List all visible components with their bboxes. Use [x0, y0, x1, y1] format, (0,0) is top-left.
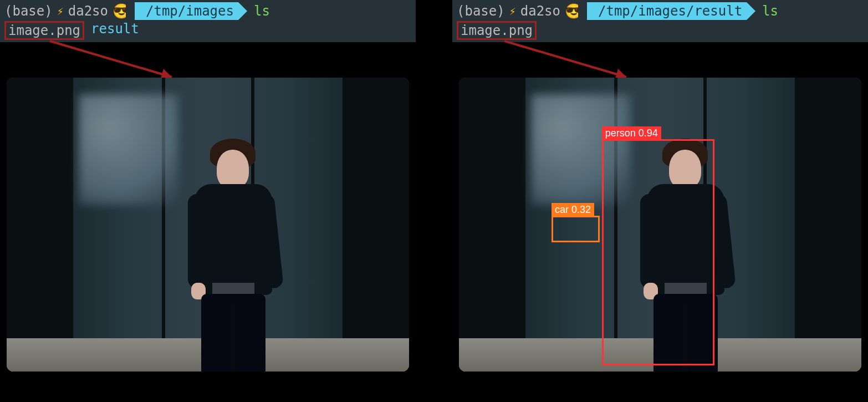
building-left [7, 78, 73, 338]
legs [201, 294, 265, 372]
env-label: (base) [457, 3, 505, 19]
env-label: (base) [4, 3, 53, 19]
user-label: da2so [520, 3, 560, 19]
folder-name: result [91, 21, 139, 40]
building-left [459, 78, 525, 338]
lightning-icon: ⚡ [57, 4, 64, 18]
command-text: ls [254, 3, 270, 19]
svg-line-2 [504, 41, 626, 77]
left-panel: (base) ⚡ da2so 😎 /tmp/images ls image.pn… [0, 0, 416, 42]
lightning-icon: ⚡ [509, 4, 516, 18]
path-text: /tmp/images [135, 2, 238, 20]
path-segment: /tmp/images/result [587, 2, 747, 20]
reflection [79, 94, 178, 205]
file-highlighted: image.png [4, 21, 84, 40]
path-text: /tmp/images/result [587, 2, 747, 20]
person-figure [183, 139, 283, 372]
head [217, 150, 249, 189]
building-right [343, 78, 409, 338]
bbox-car: car 0.32 [552, 216, 600, 242]
arm-left [188, 194, 206, 288]
terminal-right[interactable]: (base) ⚡ da2so 😎 /tmp/images/result ls i… [452, 0, 868, 42]
right-panel: (base) ⚡ da2so 😎 /tmp/images/result ls i… [452, 0, 868, 42]
scene-illustration: person 0.94 car 0.32 [459, 78, 861, 372]
terminal-left[interactable]: (base) ⚡ da2so 😎 /tmp/images ls image.pn… [0, 0, 416, 42]
prompt-line-right: (base) ⚡ da2so 😎 /tmp/images/result ls [457, 2, 864, 20]
prompt-line-left: (base) ⚡ da2so 😎 /tmp/images ls [4, 2, 411, 20]
file-highlighted: image.png [457, 21, 537, 40]
bbox-person: person 0.94 [602, 139, 714, 365]
bbox-car-label: car 0.32 [552, 203, 594, 217]
input-image [7, 78, 409, 372]
scene-illustration [7, 78, 409, 372]
user-label: da2so [68, 3, 108, 19]
bbox-person-label: person 0.94 [602, 126, 661, 140]
output-line-right: image.png [457, 21, 864, 40]
svg-line-0 [50, 41, 172, 77]
command-text: ls [762, 3, 778, 19]
result-image: person 0.94 car 0.32 [459, 78, 861, 372]
building-right [795, 78, 861, 338]
path-segment: /tmp/images [135, 2, 238, 20]
output-line-left: image.png result [4, 21, 411, 40]
